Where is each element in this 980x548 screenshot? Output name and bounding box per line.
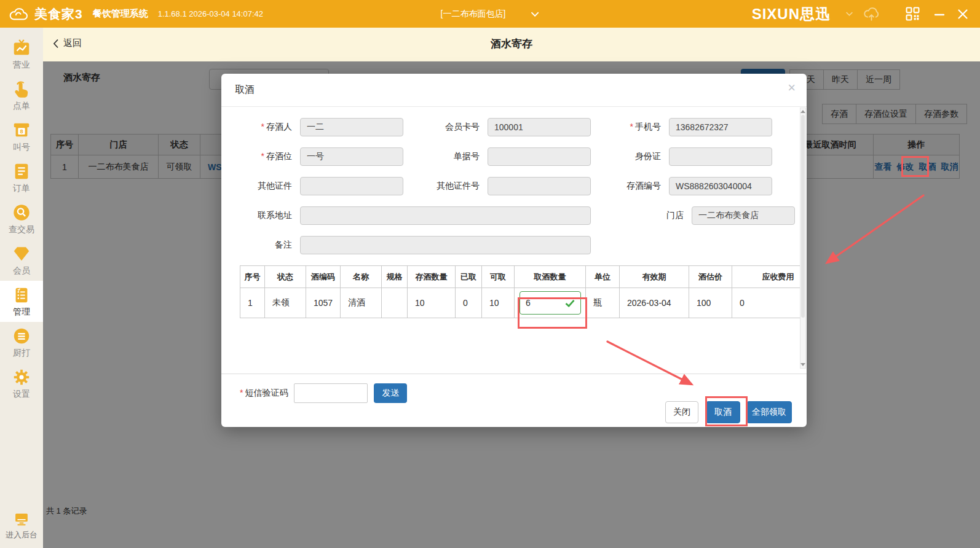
system-name: 餐饮管理系统: [93, 8, 148, 20]
scroll-up-icon[interactable]: [800, 110, 805, 113]
cell-wine-name: 清酒: [341, 288, 382, 318]
wine-table-row: 1 未领 1057 清酒 10 0 10 6: [240, 288, 801, 318]
sidebar-item-label: 营业: [13, 60, 30, 71]
brand-chevron-down-icon[interactable]: [845, 11, 853, 17]
sidebar-item-management[interactable]: 管理: [0, 281, 43, 322]
pick-all-button[interactable]: 全部领取: [746, 401, 792, 423]
column-header: 名称: [341, 266, 382, 288]
cell-fee: 0: [732, 288, 801, 318]
page-header: 返回 酒水寄存: [43, 28, 980, 61]
cell-seq: 1: [240, 288, 265, 318]
modal-scrollbar[interactable]: [800, 108, 806, 369]
field-label: 其他证件号: [437, 181, 480, 190]
sidebar-item-label: 叫号: [13, 142, 30, 153]
sidebar-item-order-taking[interactable]: 点单: [0, 75, 43, 116]
cell-status: 未领: [265, 288, 306, 318]
wine-items-table-wrap: 序号 状态 酒编码 名称 规格 存酒数量 已取 可取 取酒数量 单位 有效期 酒…: [240, 265, 800, 318]
depositor-field: 一二: [300, 118, 403, 136]
sidebar-item-label: 管理: [13, 307, 30, 318]
column-header: 酒估价: [689, 266, 732, 288]
chevron-down-icon: [530, 11, 539, 17]
cell-available-qty: 10: [482, 288, 515, 318]
column-header: 序号: [240, 266, 265, 288]
pick-wine-modal: 取酒 × *存酒人一二 会员卡号100001 *手机号13682672327 *…: [221, 74, 807, 427]
business-chart-icon: [12, 38, 31, 58]
pick-wine-button[interactable]: 取酒: [706, 401, 740, 423]
settings-gear-icon: [12, 367, 31, 387]
field-label: 手机号: [635, 122, 661, 131]
sidebar-item-kitchen-print[interactable]: 厨打: [0, 322, 43, 363]
modal-title: 取酒: [221, 74, 807, 107]
deposit-position-field: 一号: [300, 147, 403, 166]
version-timestamp: 1.1.68.1 2026-03-04 14:07:42: [158, 9, 263, 18]
enter-backend-button[interactable]: 进入后台: [0, 511, 43, 541]
manage-clipboard-icon: [12, 285, 31, 305]
sidebar-item-business[interactable]: 营业: [0, 34, 43, 75]
modal-close-icon[interactable]: ×: [788, 81, 796, 95]
field-label: 会员卡号: [445, 122, 480, 131]
sidebar-item-label: 点单: [13, 101, 30, 112]
store-selector[interactable]: [一二布布面包店]: [441, 9, 540, 20]
remark-field: [300, 236, 591, 254]
cell-stored-qty: 10: [408, 288, 456, 318]
column-header: 有效期: [620, 266, 689, 288]
store-field: 一二布布美食店: [692, 206, 795, 225]
wine-items-table: 序号 状态 酒编码 名称 规格 存酒数量 已取 可取 取酒数量 单位 有效期 酒…: [240, 265, 800, 318]
column-header: 状态: [265, 266, 306, 288]
receipt-no-field: [488, 147, 591, 166]
search-transaction-icon: [12, 203, 31, 222]
order-list-icon: [12, 162, 31, 181]
minimize-icon[interactable]: [933, 8, 946, 20]
cell-unit: 瓶: [586, 288, 620, 318]
close-window-icon[interactable]: [957, 8, 969, 20]
svg-text:8: 8: [20, 128, 23, 135]
column-header: 存酒数量: [408, 266, 456, 288]
sms-code-input[interactable]: [294, 383, 368, 403]
member-diamond-icon: [12, 244, 31, 264]
other-cert-field: [300, 177, 403, 195]
sidebar-item-orders[interactable]: 订单: [0, 157, 43, 198]
other-cert-no-field: [488, 177, 591, 195]
sidebar-item-label: 会员: [13, 265, 30, 276]
monitor-icon: [12, 511, 31, 528]
member-card-field: 100001: [488, 118, 591, 136]
store-selector-label: [一二布布面包店]: [441, 9, 506, 20]
topbar: 美食家3 餐饮管理系统 1.1.68.1 2026-03-04 14:07:42…: [0, 0, 980, 28]
field-label: 门店: [666, 210, 684, 220]
sidebar-item-members[interactable]: 会员: [0, 240, 43, 281]
field-label: 单据号: [454, 151, 480, 161]
cell-wine-code: 1057: [306, 288, 341, 318]
sidebar-item-search-transactions[interactable]: 查交易: [0, 198, 43, 240]
sidebar-item-label: 设置: [13, 389, 30, 400]
modal-footer: *短信验证码 发送 关闭 取酒 全部领取: [221, 374, 807, 427]
sidebar: 营业 点单 8 叫号 订单 查交易 会员 管理 厨打: [0, 28, 43, 548]
pick-qty-input[interactable]: 6: [520, 291, 581, 315]
check-icon: [565, 299, 575, 307]
sidebar-item-queue-number[interactable]: 8 叫号: [0, 116, 43, 157]
cloud-upload-icon[interactable]: [863, 7, 880, 22]
sidebar-item-settings[interactable]: 设置: [0, 363, 43, 404]
kitchen-print-icon: [12, 326, 31, 346]
field-label: 存酒人: [266, 122, 292, 131]
app-window: 美食家3 餐饮管理系统 1.1.68.1 2026-03-04 14:07:42…: [0, 0, 980, 548]
brand-logo: SIXUN思迅: [752, 4, 831, 24]
column-header: 规格: [382, 266, 408, 288]
column-header: 取酒数量: [515, 266, 586, 288]
pick-wine-form: *存酒人一二 会员卡号100001 *手机号13682672327 *存酒位一号…: [221, 107, 807, 254]
cell-spec: [382, 288, 408, 318]
cell-estimate: 100: [689, 288, 732, 318]
send-sms-button[interactable]: 发送: [374, 383, 407, 403]
address-field: [300, 206, 591, 225]
field-label: 其他证件: [258, 181, 292, 190]
close-modal-button[interactable]: 关闭: [665, 401, 698, 423]
scrollbar-thumb[interactable]: [801, 115, 805, 318]
scroll-down-icon[interactable]: [800, 363, 805, 366]
qr-code-icon[interactable]: [906, 7, 920, 21]
enter-backend-label: 进入后台: [6, 530, 38, 541]
field-label: 存酒编号: [626, 181, 661, 190]
phone-field: 13682672327: [669, 118, 772, 136]
column-header: 单位: [586, 266, 620, 288]
column-header: 可取: [482, 266, 515, 288]
order-hand-icon: [12, 79, 31, 99]
pick-qty-value: 6: [526, 298, 531, 308]
